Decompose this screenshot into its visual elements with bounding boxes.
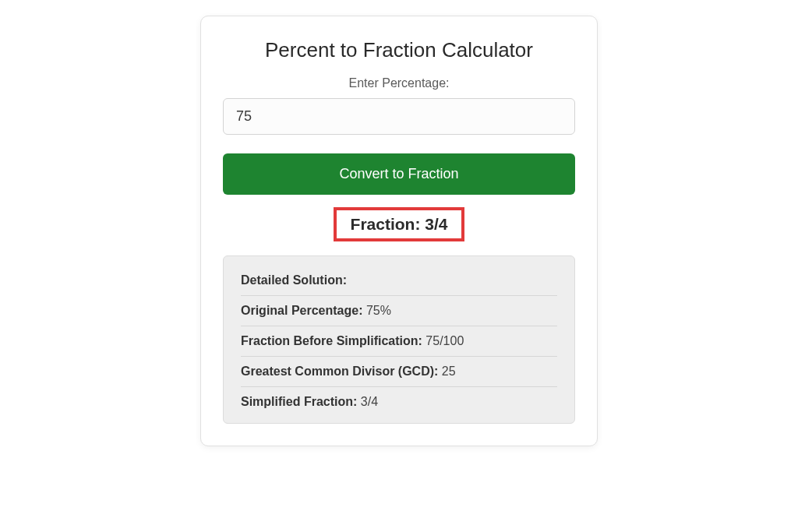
details-row-original: Original Percentage: 75% bbox=[241, 296, 557, 326]
percentage-input-label: Enter Percentage: bbox=[223, 76, 575, 90]
details-row-simplified: Simplified Fraction: 3/4 bbox=[241, 387, 557, 409]
details-label-before: Fraction Before Simplification: bbox=[241, 334, 425, 347]
details-label-original: Original Percentage: bbox=[241, 304, 366, 317]
result-value: 3/4 bbox=[425, 215, 447, 233]
details-value-before: 75/100 bbox=[425, 334, 464, 347]
details-label-gcd: Greatest Common Divisor (GCD): bbox=[241, 365, 442, 378]
details-panel: Detailed Solution: Original Percentage: … bbox=[223, 255, 575, 424]
result-highlight-box: Fraction: 3/4 bbox=[334, 207, 465, 241]
result-text: Fraction: 3/4 bbox=[351, 215, 448, 233]
convert-button[interactable]: Convert to Fraction bbox=[223, 153, 575, 195]
details-row-gcd: Greatest Common Divisor (GCD): 25 bbox=[241, 357, 557, 387]
result-container: Fraction: 3/4 bbox=[223, 207, 575, 241]
result-label: Fraction: bbox=[351, 215, 425, 233]
percentage-input[interactable] bbox=[223, 98, 575, 135]
details-heading-row: Detailed Solution: bbox=[241, 273, 557, 296]
details-heading: Detailed Solution: bbox=[241, 273, 347, 287]
details-value-gcd: 25 bbox=[442, 365, 456, 378]
details-value-original: 75% bbox=[366, 304, 391, 317]
details-label-simplified: Simplified Fraction: bbox=[241, 395, 361, 408]
calculator-card: Percent to Fraction Calculator Enter Per… bbox=[200, 16, 598, 446]
page-title: Percent to Fraction Calculator bbox=[223, 38, 575, 62]
details-row-before-simplification: Fraction Before Simplification: 75/100 bbox=[241, 326, 557, 357]
details-value-simplified: 3/4 bbox=[361, 395, 378, 408]
